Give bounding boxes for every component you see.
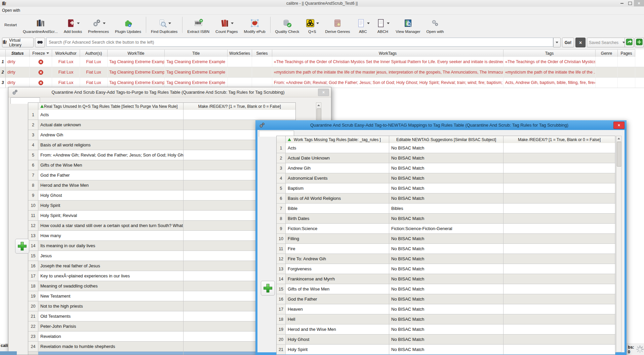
- go-button[interactable]: Go!: [562, 38, 574, 47]
- table-cell[interactable]: No BISAC Match: [389, 345, 504, 354]
- purge-dialog-titlebar[interactable]: Quarantine And Scrub Easy-Add Tags-to-Pu…: [8, 87, 331, 97]
- toolbar-item-restart[interactable]: Restart: [1, 15, 20, 35]
- table-cell[interactable]: God the Father: [38, 170, 184, 180]
- table-cell[interactable]: Basis of all world religions: [38, 140, 184, 150]
- table-cell[interactable]: Its meaning in our daily lives: [38, 241, 184, 251]
- table-cell[interactable]: No BISAC Match: [389, 335, 504, 344]
- table-cell[interactable]: [504, 234, 615, 243]
- table-cell[interactable]: No BISAC Match: [389, 274, 504, 284]
- chevron-down-icon[interactable]: [46, 52, 49, 54]
- table-cell[interactable]: No BISAC Match: [389, 314, 504, 324]
- dialog-column-header[interactable]: Make /REGEX/? [1 = True, Blank or 0 = Fa…: [184, 103, 295, 110]
- book-column-header-worktitle[interactable]: WorkTitle: [108, 50, 165, 57]
- table-cell[interactable]: [504, 214, 615, 223]
- table-cell[interactable]: [504, 173, 615, 183]
- table-row[interactable]: 15Gifts of the Wise MenNo BISAC Match: [277, 284, 615, 294]
- table-cell[interactable]: No BISAC Match: [389, 244, 504, 254]
- dialog-column-header[interactable]: Work Tags Missing Tag Rules [table: _tag…: [286, 136, 389, 143]
- toolbar-item-quality-check[interactable]: Quality Check: [272, 15, 303, 35]
- table-cell[interactable]: Forgiveness: [286, 264, 389, 274]
- book-column-header-status[interactable]: Status: [6, 50, 30, 57]
- table-row[interactable]: 5BaptismNo BISAC Match: [277, 183, 615, 193]
- book-row[interactable]: 2dirtyFiat LuxFiat LuxTag Cleaning Extre…: [0, 67, 644, 78]
- toolbar-item-quarantineandscr[interactable]: QuarantineAndScr...: [20, 15, 61, 35]
- table-cell[interactable]: [504, 193, 615, 203]
- newtag-dialog-titlebar[interactable]: Quarantine And Scrub Easy-Add Tag-to-NEW…: [255, 120, 627, 130]
- table-cell[interactable]: No BISAC Match: [389, 163, 504, 173]
- table-cell[interactable]: Andrew Gih: [286, 163, 389, 173]
- table-cell[interactable]: Astronomical Events: [286, 173, 389, 183]
- table-cell[interactable]: Birth Dates: [286, 214, 389, 223]
- table-row[interactable]: 12Fire To: Andrew GihNo BISAC Match: [277, 254, 615, 264]
- dialog-column-header[interactable]: Editable NEWTAG Suggestions [Similar BIS…: [389, 136, 504, 143]
- table-cell[interactable]: [504, 244, 615, 254]
- table-cell[interactable]: How many: [38, 231, 184, 240]
- table-cell[interactable]: [184, 110, 295, 120]
- table-cell[interactable]: God the Father: [286, 294, 389, 304]
- table-row[interactable]: 2Actual Date UnknownNo BISAC Match: [277, 153, 615, 163]
- table-row[interactable]: 21Holy SpiritNo BISAC Match: [277, 345, 615, 355]
- menu-open-with[interactable]: Open with: [2, 8, 20, 13]
- dialog-column-header[interactable]: [277, 136, 286, 143]
- table-cell[interactable]: No BISAC Match: [389, 304, 504, 314]
- table-row[interactable]: 8Birth DatesNo BISAC Match: [277, 214, 615, 224]
- chevron-down-icon[interactable]: [103, 23, 106, 24]
- table-cell[interactable]: From: «Andrew Gih; Revival; God the Fath…: [38, 150, 184, 160]
- table-row[interactable]: 19Herod and the Wise MenNo BISAC Match: [277, 324, 615, 335]
- book-column-header-workseries[interactable]: WorkSeries: [228, 50, 252, 57]
- book-column-header-workauthor[interactable]: WorkAuthor: [52, 50, 80, 57]
- table-cell[interactable]: [504, 324, 615, 334]
- search-input[interactable]: [46, 38, 553, 47]
- toolbar-item-abch[interactable]: ABCH: [373, 15, 393, 35]
- purge-dialog-close-button[interactable]: ×: [318, 89, 329, 96]
- table-cell[interactable]: Gifts of the Wise Men: [38, 160, 184, 170]
- book-column-header-genre[interactable]: Genre: [596, 50, 618, 57]
- table-cell[interactable]: New Testament: [38, 291, 184, 301]
- table-cell[interactable]: No BISAC Match: [389, 294, 504, 304]
- table-cell[interactable]: No BISAC Match: [389, 153, 504, 163]
- table-cell[interactable]: [504, 345, 615, 354]
- table-row[interactable]: 13ForgivenessNo BISAC Match: [277, 264, 615, 274]
- table-row[interactable]: 16God the FatherNo BISAC Match: [277, 294, 615, 304]
- table-row[interactable]: 14Frankincense and MyrrhNo BISAC Match: [277, 274, 615, 284]
- dialog-column-header[interactable]: Make /REGEX/? [1 = True, Blank or 0 = Fa…: [504, 136, 615, 143]
- table-cell[interactable]: Fire: [286, 244, 389, 254]
- toolbar-item-open-with[interactable]: Open with: [424, 15, 447, 35]
- book-column-header-series[interactable]: Series: [252, 50, 272, 57]
- dialog-column-header[interactable]: [28, 103, 38, 110]
- chevron-down-icon[interactable]: [367, 23, 370, 24]
- chevron-down-icon[interactable]: [316, 23, 319, 24]
- minimize-button[interactable]: [618, 0, 626, 6]
- table-cell[interactable]: Key to unexÂ¬plained experiences in our …: [38, 271, 184, 281]
- table-cell[interactable]: Actual date unknown: [38, 120, 184, 130]
- statusbar-jobs[interactable]: bs: 0: [628, 345, 644, 354]
- table-cell[interactable]: Holy Spirit: [38, 201, 184, 210]
- dialog-column-header[interactable]: Real Tags Unused In Q+S Tag Rules Table …: [38, 103, 184, 110]
- table-cell[interactable]: [504, 274, 615, 284]
- toolbar-item-modify-epub[interactable]: Modify ePub: [241, 15, 269, 35]
- book-column-header-rownum[interactable]: [0, 50, 6, 57]
- table-cell[interactable]: [504, 304, 615, 314]
- table-cell[interactable]: Actual Date Unknown: [286, 153, 389, 163]
- table-cell[interactable]: [504, 153, 615, 163]
- table-row[interactable]: 1ActsNo BISAC Match: [277, 143, 615, 153]
- table-cell[interactable]: Revelation: [38, 331, 184, 341]
- table-cell[interactable]: Joseph the real father of Jesus: [38, 261, 184, 271]
- scrollbar-thumb[interactable]: [617, 142, 621, 167]
- chevron-down-icon[interactable]: [77, 23, 80, 24]
- table-cell[interactable]: Holy Spirit: [286, 345, 389, 354]
- table-cell[interactable]: Bibles: [389, 204, 504, 213]
- table-cell[interactable]: How could a star stand still over a cert…: [38, 221, 184, 230]
- table-cell[interactable]: No BISAC Match: [389, 234, 504, 243]
- table-cell[interactable]: Revival: [38, 352, 184, 355]
- table-cell[interactable]: Holy Ghost: [286, 335, 389, 344]
- table-cell[interactable]: Not to the high priests: [38, 301, 184, 311]
- table-cell[interactable]: [504, 143, 615, 153]
- table-cell[interactable]: Old Testaments: [38, 311, 184, 321]
- book-column-header-worktags[interactable]: WorkTags: [272, 50, 504, 57]
- saved-searches-combo[interactable]: Saved Searches: [587, 38, 627, 47]
- table-cell[interactable]: [504, 183, 615, 193]
- table-cell[interactable]: [504, 314, 615, 324]
- toolbar-item-count-pages[interactable]: Count Pages: [212, 15, 241, 35]
- virtual-library-button[interactable]: Virtual Library: [2, 38, 34, 47]
